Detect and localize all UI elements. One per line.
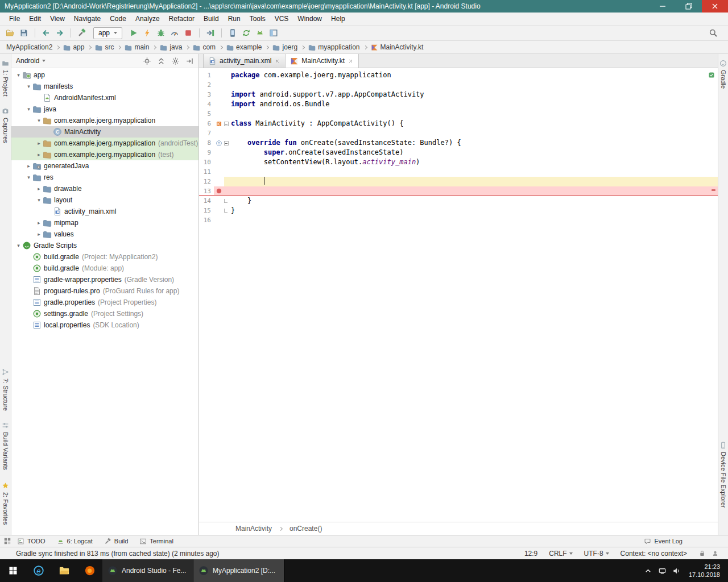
tree-item-mipmap[interactable]: ▸mipmap [11,217,198,228]
run-configuration-select[interactable]: app [93,27,122,39]
save-all-icon[interactable] [19,28,28,38]
code-line-3[interactable]: 3import android.support.v7.app.AppCompat… [199,90,718,99]
close-button[interactable] [702,0,728,13]
fold-collapse-icon[interactable] [224,122,229,126]
hector-inspector-icon[interactable] [712,550,719,557]
menu-window[interactable]: Window [293,13,326,25]
code-line-16[interactable]: 16 [199,215,718,225]
tool-switcher-icon[interactable] [3,537,11,545]
debug-icon[interactable] [156,28,166,38]
inspection-status-icon[interactable] [708,72,715,78]
tool-stripe-2-favorites[interactable]: 2: Favorites [2,482,9,525]
gutter-area[interactable] [214,119,224,128]
menu-code[interactable]: Code [105,13,131,25]
tree-item-app[interactable]: ▾app [11,69,198,81]
tree-item-build-gradle-project-myapplication2[interactable]: build.gradle(Project: MyApplication2) [11,251,198,263]
chevron-down-icon[interactable]: ▾ [25,106,32,112]
chevron-down-icon[interactable]: ▾ [25,84,32,89]
context-widget[interactable]: Context: <no context> [621,550,687,558]
breadcrumb-src[interactable]: src [93,43,115,51]
caret-position-widget[interactable]: 12:9 [524,550,537,558]
minimize-button[interactable] [650,0,676,13]
tree-item-build-gradle-module-app[interactable]: build.gradle(Module: app) [11,263,198,274]
attach-debugger-icon[interactable] [206,28,215,38]
breadcrumb-myapplication2[interactable]: MyApplication2 [5,43,54,51]
gutter-area[interactable] [214,157,224,167]
tree-item-androidmanifest-xml[interactable]: AndroidManifest.xml [11,92,198,103]
profile-icon[interactable] [170,28,179,38]
code-line-9[interactable]: 9 super.onCreate(savedInstanceState) [199,148,718,157]
editor-tab-activity-main-xml[interactable]: activity_main.xml [203,54,286,68]
quicklaunch-file-explorer[interactable] [51,559,77,582]
code-line-10[interactable]: 10 setContentView(R.layout.activity_main… [199,157,718,167]
gutter-area[interactable] [214,177,224,186]
back-icon[interactable] [42,28,51,38]
menu-navigate[interactable]: Navigate [69,13,105,25]
network-icon[interactable] [658,567,667,575]
tool-stripe-7-structure[interactable]: 7: Structure [2,368,9,411]
chevron-down-icon[interactable]: ▾ [35,197,43,203]
lock-icon[interactable] [698,550,706,557]
taskbar-app-android-studio-fe[interactable]: Android Studio - Fe... [102,559,193,582]
avd-manager-icon[interactable] [228,28,237,38]
code-line-7[interactable]: 7 [199,128,718,138]
quicklaunch-firefox[interactable] [77,559,102,582]
gutter-area[interactable] [214,206,224,215]
sdk-manager-icon[interactable] [255,28,264,38]
gutter-area[interactable] [214,167,224,177]
breadcrumb-main[interactable]: main [123,43,151,51]
gutter-area[interactable] [214,148,224,157]
tree-item-gradle-wrapper-properties-gradle-version[interactable]: gradle-wrapper.properties(Gradle Version… [11,274,198,285]
chevron-down-icon[interactable]: ▾ [15,72,22,78]
code-line-14[interactable]: 14 } [199,196,718,206]
code-editor[interactable]: 1package com.example.joerg.myapplication… [199,68,718,522]
chevron-right-icon[interactable]: ▸ [35,140,43,146]
taskbar-clock[interactable]: 21:2317.10.2018 [686,563,726,579]
settings-gear-icon[interactable] [171,57,180,65]
tool-stripe-build-variants[interactable]: Build Variants [2,422,9,470]
forward-icon[interactable] [55,28,64,38]
code-line-4[interactable]: 4import android.os.Bundle [199,99,718,109]
breadcrumb-mainactivity-kt[interactable]: MainActivity.kt [369,43,425,51]
close-tab-icon[interactable] [348,58,354,64]
tree-item-settings-gradle-project-settings[interactable]: settings.gradle(Project Settings) [11,308,198,319]
layout-inspector-icon[interactable] [269,28,278,38]
search-icon[interactable] [709,28,718,38]
tree-item-com-example-joerg-myapplication-androidtest[interactable]: ▸com.example.joerg.myapplication(android… [11,138,198,149]
code-line-2[interactable]: 2 [199,80,718,90]
gutter-area[interactable] [214,70,224,80]
tree-item-manifests[interactable]: ▾manifests [11,81,198,92]
menu-help[interactable]: Help [326,13,350,25]
error-stripe-mark[interactable] [712,189,715,191]
code-line-8[interactable]: 8 override fun onCreate(savedInstanceSta… [199,138,718,148]
tree-item-gradle-properties-project-properties[interactable]: gradle.properties(Project Properties) [11,297,198,308]
tree-item-res[interactable]: ▾res [11,172,198,183]
tree-item-gradle-scripts[interactable]: ▾Gradle Scripts [11,240,198,251]
menu-analyze[interactable]: Analyze [131,13,164,25]
gutter-area[interactable] [214,138,224,148]
breadcrumb-com[interactable]: com [191,43,217,51]
chevron-right-icon[interactable]: ▸ [35,186,43,192]
gutter-area[interactable] [214,99,224,109]
collapse-all-icon[interactable] [157,57,166,65]
tree-item-local-properties-sdk-location[interactable]: local.properties(SDK Location) [11,319,198,331]
tool-window-button-build[interactable]: Build [98,535,134,547]
apply-changes-icon[interactable] [143,28,152,38]
chevron-right-icon[interactable]: ▸ [35,152,43,157]
breadcrumb-example[interactable]: example [225,43,263,51]
menu-view[interactable]: View [46,13,69,25]
tool-window-button-todo[interactable]: TODO [11,535,51,547]
tool-stripe-captures[interactable]: Captures [2,107,9,143]
tree-item-mainactivity[interactable]: CMainActivity [11,126,198,138]
gutter-area[interactable] [214,215,224,225]
tree-item-java[interactable]: ▾java [11,103,198,115]
tool-stripe-gradle[interactable]: Gradle [719,60,727,89]
tool-window-button-event-log[interactable]: Event Log [638,535,688,547]
taskbar-app-myapplication2-d[interactable]: MyApplication2 [D:... [193,559,284,582]
code-line-12[interactable]: 12 [199,177,718,186]
gutter-area[interactable] [214,196,224,206]
menu-run[interactable]: Run [224,13,245,25]
line-separator-widget[interactable]: CRLF [549,550,572,558]
chevron-right-icon[interactable]: ▸ [35,231,43,237]
project-view-selector[interactable]: Android [16,57,39,65]
